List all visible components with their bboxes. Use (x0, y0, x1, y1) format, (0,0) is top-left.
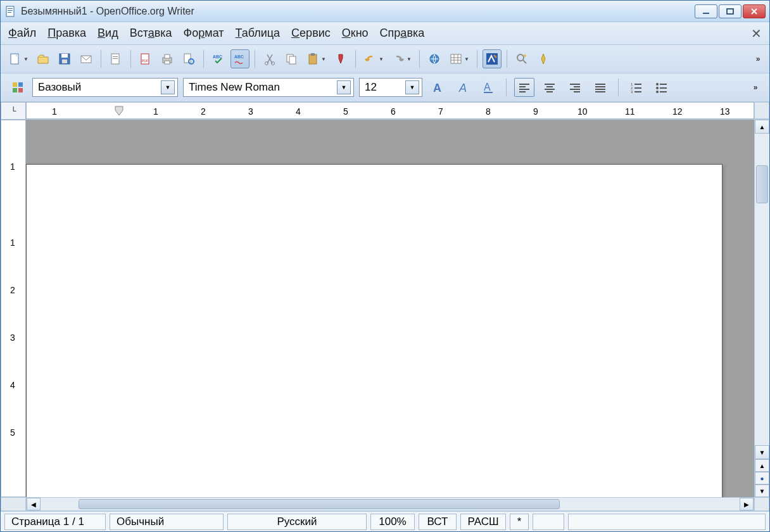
find-replace-button[interactable] (512, 49, 531, 68)
svg-text:PDF: PDF (142, 59, 148, 63)
scroll-down-button[interactable]: ▼ (755, 445, 769, 459)
scroll-up-button[interactable]: ▲ (755, 120, 769, 134)
hscroll-track[interactable] (41, 498, 740, 510)
paste-button[interactable]: ▼ (303, 49, 329, 68)
menu-help[interactable]: Справка (380, 27, 425, 40)
toolbar-overflow-button[interactable]: » (752, 49, 764, 68)
formatting-toolbar: Базовый ▼ Times New Roman ▼ 12 ▼ A A A 1… (1, 73, 769, 102)
status-zoom[interactable]: 100% (370, 514, 415, 530)
open-button[interactable] (34, 49, 53, 68)
paragraph-style-value: Базовый (38, 81, 161, 94)
maximize-button[interactable] (719, 4, 742, 18)
vertical-ruler[interactable]: 1 1 2 3 4 5 (1, 120, 26, 497)
standard-toolbar: ▼ PDF ABC ABC ▼ ▼ ▼ ▼ » (1, 45, 769, 73)
svg-rect-68 (660, 87, 667, 89)
svg-rect-2 (8, 10, 13, 11)
menu-format[interactable]: Формат (184, 27, 224, 40)
numbered-list-button[interactable]: 123 (626, 78, 647, 97)
svg-rect-28 (311, 53, 315, 56)
next-page-button[interactable]: ▼ (755, 484, 769, 497)
cut-button[interactable] (260, 49, 279, 68)
scroll-track[interactable] (755, 134, 769, 445)
svg-text:3: 3 (631, 90, 633, 94)
new-document-button[interactable]: ▼ (6, 49, 31, 68)
horizontal-ruler[interactable]: 1 1 2 3 4 5 6 7 8 9 10 11 12 13 14 (26, 102, 754, 119)
menu-tools[interactable]: Сервис (291, 27, 331, 40)
status-page-style[interactable]: Обычный (110, 514, 224, 530)
show-draw-functions-button[interactable] (483, 49, 502, 68)
menu-table[interactable]: Таблица (236, 27, 281, 40)
svg-text:ABC: ABC (234, 54, 244, 59)
styles-window-button[interactable] (8, 78, 27, 97)
status-modified[interactable]: * (510, 514, 529, 530)
format-paintbrush-button[interactable] (331, 49, 350, 68)
dropdown-icon[interactable]: ▼ (161, 80, 175, 94)
navigator-button[interactable] (534, 49, 553, 68)
print-button[interactable] (158, 49, 177, 68)
spellcheck-button[interactable]: ABC (209, 49, 228, 68)
menu-file[interactable]: Файл (8, 27, 36, 40)
status-extra[interactable] (568, 514, 766, 530)
scroll-thumb[interactable] (756, 165, 768, 203)
email-button[interactable] (77, 49, 96, 68)
hscroll-thumb[interactable] (79, 499, 560, 509)
edit-file-button[interactable] (106, 49, 125, 68)
svg-point-66 (656, 91, 659, 93)
svg-rect-46 (545, 84, 555, 85)
align-justify-button[interactable] (590, 78, 610, 97)
close-document-icon[interactable]: ✕ (751, 26, 762, 41)
svg-rect-43 (519, 86, 526, 87)
vertical-scrollbar[interactable]: ▲ ▼ ▲ ● ▼ (754, 120, 769, 497)
svg-text:A: A (484, 82, 491, 92)
auto-spellcheck-button[interactable]: ABC (230, 49, 249, 68)
svg-rect-62 (634, 87, 641, 89)
save-button[interactable] (55, 49, 74, 68)
svg-rect-69 (660, 91, 667, 92)
table-button[interactable]: ▼ (446, 49, 472, 68)
scroll-left-button[interactable]: ◀ (27, 498, 41, 510)
titlebar: Безымянный1 - OpenOffice.org Writer (1, 1, 769, 22)
svg-rect-0 (6, 6, 14, 16)
status-signature[interactable] (533, 514, 564, 530)
font-name-combo[interactable]: Times New Roman ▼ (183, 78, 354, 97)
align-right-button[interactable] (565, 78, 585, 97)
svg-rect-4 (703, 13, 709, 14)
document-view[interactable] (26, 120, 754, 497)
underline-button[interactable]: A (478, 78, 498, 97)
align-center-button[interactable] (540, 78, 560, 97)
status-page[interactable]: Страница 1 / 1 (4, 514, 106, 530)
redo-button[interactable]: ▼ (389, 49, 414, 68)
scroll-right-button[interactable]: ▶ (740, 498, 754, 510)
align-left-button[interactable] (514, 78, 534, 97)
bullet-list-button[interactable] (652, 78, 672, 97)
svg-point-65 (656, 87, 659, 89)
document-page[interactable] (26, 164, 723, 497)
menu-view[interactable]: Вид (98, 27, 118, 40)
export-pdf-button[interactable]: PDF (136, 49, 155, 68)
previous-page-button[interactable]: ▲ (755, 459, 769, 472)
minimize-button[interactable] (695, 4, 717, 18)
status-selection-mode[interactable]: РАСШ (460, 514, 506, 530)
dropdown-icon[interactable]: ▼ (337, 80, 351, 94)
navigation-toolbox-button[interactable]: ● (755, 472, 769, 484)
format-toolbar-overflow-button[interactable]: » (749, 78, 762, 97)
copy-button[interactable] (282, 49, 301, 68)
font-size-combo[interactable]: 12 ▼ (359, 78, 422, 97)
menu-insert[interactable]: Вставка (130, 27, 172, 40)
hyperlink-button[interactable] (425, 49, 444, 68)
menu-window[interactable]: Окно (342, 27, 369, 40)
status-insert-mode[interactable]: ВСТ (419, 514, 457, 530)
status-language[interactable]: Русский (227, 514, 367, 530)
menu-edit[interactable]: Правка (47, 27, 86, 40)
dropdown-icon[interactable]: ▼ (405, 80, 419, 94)
workspace: └ 1 1 2 3 4 5 6 7 8 9 10 11 12 13 14 (1, 102, 769, 511)
bold-button[interactable]: A (427, 78, 448, 97)
paragraph-style-combo[interactable]: Базовый ▼ (32, 78, 178, 97)
italic-button[interactable]: A (453, 78, 473, 97)
tab-stop-selector[interactable]: └ (1, 102, 26, 120)
horizontal-scrollbar[interactable]: ◀ ▶ (26, 497, 754, 511)
print-preview-button[interactable] (179, 49, 198, 68)
close-button[interactable] (743, 4, 766, 18)
indent-marker-icon[interactable] (114, 105, 124, 117)
undo-button[interactable]: ▼ (361, 49, 386, 68)
